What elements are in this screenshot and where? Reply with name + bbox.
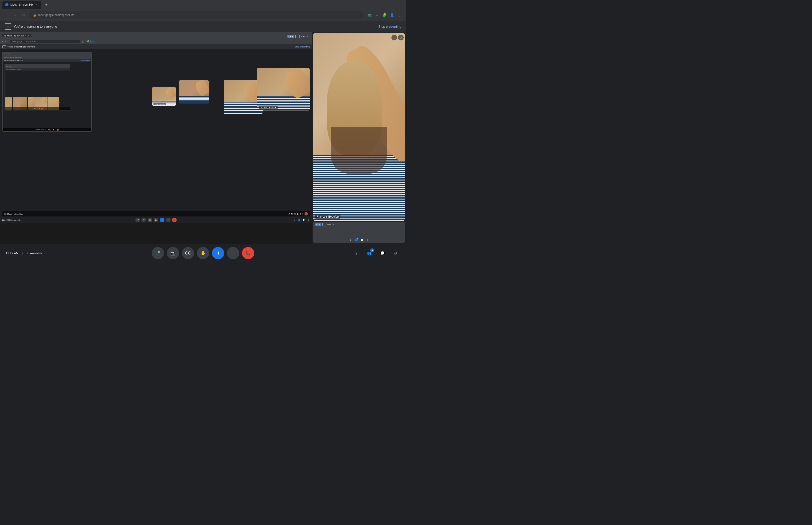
nested-cam[interactable]: 📷 [141,217,146,222]
captions-button[interactable]: CC [182,247,194,259]
new-tab-button[interactable]: + [43,1,49,8]
mic-icon: 🎤 [155,251,160,256]
level4-area: Meet - tnj... × + meet.google.com/tnj-es… [3,62,91,131]
camera-button[interactable]: 📷 [167,247,179,259]
extensions-icon[interactable]: 🧩 [382,12,387,18]
stop-presenting-button[interactable]: Stop presenting [378,25,401,28]
more-options-francois[interactable]: ⋮ [392,35,397,41]
tab-favicon [5,3,9,6]
bookmark-icon[interactable]: ☆ [374,12,380,18]
forward-button[interactable]: → [12,12,18,18]
presenting-text: You're presenting to everyone [14,25,57,28]
nested-mic[interactable]: 🎤 [135,217,140,222]
you-info-icon[interactable]: ℹ [349,238,352,242]
cast-icon[interactable]: 📺 [367,12,372,18]
present-banner-icon: ⬆ [5,23,11,30]
browser-addressbar: ← → ↻ 🔒 meet.google.com/tnj-esni-ikb 📺 ☆… [0,10,406,21]
three-dots-menu[interactable]: • • • [287,35,294,38]
nested-people[interactable]: 👥 [297,218,301,222]
francois-small-tile [179,80,209,103]
level3-addr: meet.google.com/tnj-esni-ikb [3,56,91,59]
nested-chat[interactable]: 💬 [302,218,305,222]
present-button[interactable]: ⬆ [212,247,224,259]
expand-francois[interactable]: ⤢ [398,35,404,41]
hand-gesture-xs [165,87,176,100]
separator: | [22,252,23,255]
level4-addr: meet.google.com/tnj-esni-ikb [5,66,70,69]
toolbar-right-actions: ℹ 👥 3 💬 ⚙ [352,249,400,258]
captions-icon: CC [185,251,191,256]
nested-content: Meet - tnj-esni-ikb × + ← → ↻ meet.googl… [0,32,312,244]
tab-title: Meet - tnj-esni-ikb [10,3,33,6]
mic-button[interactable]: 🎤 [152,247,164,259]
tab-close-button[interactable]: × [34,3,38,6]
deep-nested-area: Meet - tnj... × + meet.google.com/tnj-es… [0,49,312,223]
info-button[interactable]: ℹ [352,249,361,258]
browser-actions: 📺 ☆ 🧩 👤 ⋮ [367,12,402,18]
back-button[interactable]: ← [4,12,10,18]
info-icon: ℹ [355,251,357,255]
nested-inner-bar: 11:22 AM | tnj-esni-ikb 🎤 📷 CC ✋ ⬆ ⋮ 📞 [2,211,310,216]
meeting-code: tnj-esni-ikb [27,252,42,255]
level3-preview: Meet - tnj... × + meet.google.com/tnj-es… [2,52,92,132]
nested-present[interactable]: ⬆ [160,217,165,222]
level3-bar: Meet - tnj... × + [3,52,91,56]
you-chat-icon[interactable]: 💬 [360,238,364,242]
nested-address-bar: ← → ↻ meet.google.com/tnj-esni-ikb 📺 ☆ 🧩… [0,39,312,44]
nested-end[interactable]: 📞 [172,217,177,222]
video-controls-francois-large: ⋮ ⤢ [392,35,404,41]
francois-large-tile: François Beaufort [257,68,310,110]
nested-more[interactable]: ⋮ [166,217,171,222]
you-expand-icon[interactable]: ⤢ [332,223,335,226]
nested-activities[interactable]: ⚙ [306,218,310,222]
level4-toolbar: 11:22 AM | tnj-esni-ikb 🎤 📷 CC ✋ ⬆ [3,128,91,131]
video-face-francois-large [313,33,405,221]
nested-info[interactable]: ℹ [292,218,296,222]
browser-chrome: Meet - tnj-esni-ikb × + ← → ↻ 🔒 meet.goo… [0,0,406,21]
nested-browser-bar: Meet - tnj-esni-ikb × + [0,32,312,39]
people-button[interactable]: 👥 3 [365,249,374,258]
nested-bottom-toolbar: 11:22 AM | tnj-esni-ikb 🎤 📷 CC ✋ ⬆ ⋮ 📞 ℹ… [0,217,312,223]
level5-area: 🎤 📷 CC ✋ ⬆ [5,71,70,110]
address-bar[interactable]: 🔒 meet.google.com/tnj-esni-ikb [29,11,364,19]
end-call-icon: 📞 [246,251,251,256]
hand-button[interactable]: ✋ [197,247,209,259]
you-three-dots[interactable]: • • • [315,223,321,226]
nested-url: meet.google.com/tnj-esni-ikb [12,41,36,43]
browser-tab[interactable]: Meet - tnj-esni-ikb × [2,1,41,9]
nested-presenting-banner: ⬆ You're presenting to everyone Stop pre… [0,44,312,49]
nested-captions[interactable]: CC [148,217,152,222]
more-button[interactable]: ⋮ [227,247,239,259]
beard-large [331,127,386,174]
you-video-bottom: ℹ 👥 2 💬 ⚙ [313,238,405,242]
presenting-banner: ⬆ You're presenting to everyone Stop pre… [0,21,406,32]
level5-controls: 🎤 📷 CC ✋ ⬆ [5,107,70,110]
meeting-time: 11:22 AM [6,252,18,255]
activities-icon: ⚙ [394,251,397,255]
chat-button[interactable]: 💬 [378,249,387,258]
you-people-icon[interactable]: 👥 2 [354,238,358,242]
you-activities-icon[interactable]: ⚙ [366,238,369,242]
browser-titlebar: Meet - tnj-esni-ikb × + [0,0,406,10]
menu-icon[interactable]: ⋮ [397,12,402,18]
nested-hand[interactable]: ✋ [154,217,158,222]
activities-button[interactable]: ⚙ [391,249,400,258]
participant-video-you: • • • You ⤢ ℹ 👥 2 💬 ⚙ [313,222,405,243]
level3-banner: You're presenting to everyone Stop prese… [3,59,91,62]
francois-name-label-inner: François Beaufort [259,106,278,109]
you-overlay-controls: • • • You ⤢ [287,34,310,39]
fullscreen-icon[interactable]: ⤢ [305,34,310,39]
nested-tab: Meet - tnj-esni-ikb × + [2,34,31,38]
nested-stop-btn[interactable]: Stop presenting [295,46,310,48]
francois-name-xs: François Beaufort [153,103,166,105]
hand-gesture-small [194,80,209,97]
profile-icon[interactable]: 👤 [389,12,395,18]
more-icon: ⋮ [231,251,235,256]
level4-preview: Meet - tnj... × + meet.google.com/tnj-es… [4,64,70,111]
chat-icon: 💬 [380,251,385,255]
refresh-button[interactable]: ↻ [21,12,26,18]
camera-icon: 📷 [170,251,175,256]
end-call-button[interactable]: 📞 [242,247,254,259]
right-panel: François Beaufort ⋮ ⤢ • • • You ⤢ ℹ 👥 2 [312,32,406,244]
expand-icon[interactable] [295,35,300,38]
